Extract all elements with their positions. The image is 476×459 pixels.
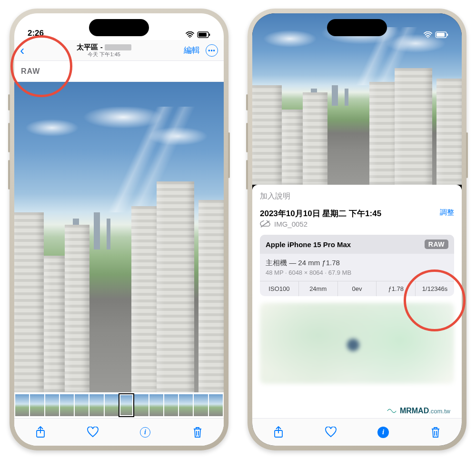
toolbar: i <box>14 418 224 446</box>
edit-button[interactable]: 編輯 <box>184 45 200 56</box>
svg-point-5 <box>427 37 428 38</box>
exif-ev: 0ev <box>338 281 377 296</box>
watermark-logo-icon <box>387 406 397 416</box>
filename-label: IMG_0052 <box>274 220 307 228</box>
exif-aperture: ƒ1.78 <box>377 281 416 296</box>
dynamic-island <box>327 19 387 36</box>
raw-badge: RAW <box>21 67 40 76</box>
more-button[interactable]: ••• <box>206 44 218 57</box>
watermark: MRMAD.com.tw <box>387 406 450 416</box>
status-time <box>266 29 268 38</box>
info-icon: i <box>377 427 389 438</box>
share-button[interactable] <box>271 425 286 439</box>
battery-icon <box>197 31 210 38</box>
exif-iso: ISO100 <box>260 281 299 296</box>
mute-switch <box>8 94 10 110</box>
raw-pill: RAW <box>425 239 448 249</box>
svg-point-0 <box>189 37 190 38</box>
photo-meta: 48 MP · 6048 × 8064 · 67.9 MB <box>266 269 448 276</box>
toolbar: i <box>252 418 462 446</box>
volume-up-button <box>8 123 10 152</box>
exif-row: ISO100 24mm 0ev ƒ1.78 1/12346s <box>260 281 454 296</box>
thumbnail[interactable] <box>60 394 74 416</box>
main-photo[interactable] <box>14 82 224 392</box>
volume-up-button <box>246 123 248 152</box>
thumbnail[interactable] <box>164 394 178 416</box>
svg-rect-7 <box>447 34 448 36</box>
nav-subtitle: 今天 下午1:45 <box>24 51 184 58</box>
mute-switch <box>246 94 248 110</box>
thumbnail[interactable] <box>179 394 193 416</box>
thumbnail[interactable] <box>15 394 29 416</box>
camera-info-card: Apple iPhone 15 Pro Max RAW 主相機 — 24 mm … <box>260 235 454 296</box>
thumbnail[interactable] <box>75 394 89 416</box>
thumbnail[interactable] <box>209 394 223 416</box>
delete-button[interactable] <box>190 425 205 439</box>
adjust-button[interactable]: 調整 <box>440 208 454 217</box>
thumbnail[interactable] <box>119 394 133 416</box>
thumbnail[interactable] <box>134 394 148 416</box>
watermark-brand: MRMAD <box>400 407 429 415</box>
thumbnail[interactable] <box>194 394 208 416</box>
thumbnail[interactable] <box>105 394 119 416</box>
info-sheet: 加入說明 2023年10月10日 星期二 下午1:45 調整 IMG_0052 <box>252 185 462 418</box>
svg-rect-2 <box>209 34 210 36</box>
phone-right: 加入說明 2023年10月10日 星期二 下午1:45 調整 IMG_0052 <box>248 9 466 450</box>
device-model: Apple iPhone 15 Pro Max <box>266 240 351 249</box>
share-button[interactable] <box>33 425 48 439</box>
exif-shutter: 1/12346s <box>416 281 454 296</box>
exif-focal: 24mm <box>299 281 338 296</box>
caption-input[interactable]: 加入說明 <box>260 191 454 201</box>
thumbnail[interactable] <box>89 394 103 416</box>
svg-rect-8 <box>436 33 445 37</box>
redacted-text <box>105 44 131 50</box>
wifi-icon <box>424 31 432 38</box>
nav-bar: ‹ 太平區 - 今天 下午1:45 編輯 ••• <box>14 40 224 61</box>
wifi-icon <box>186 31 194 38</box>
phone-left: 2:26 ‹ 太平區 - 今天 下午1:45 編輯 ••• <box>10 9 228 450</box>
raw-badge-row: RAW <box>14 61 224 82</box>
power-button <box>466 132 468 178</box>
not-synced-icon <box>260 220 270 228</box>
back-button[interactable]: ‹ <box>20 44 24 57</box>
lens-info: 主相機 — 24 mm ƒ1.78 <box>266 259 448 268</box>
info-button-active[interactable]: i <box>376 425 390 439</box>
delete-button[interactable] <box>428 425 443 439</box>
thumbnail[interactable] <box>45 394 59 416</box>
volume-down-button <box>246 160 248 190</box>
thumbnail[interactable] <box>149 394 163 416</box>
nav-title-location: 太平區 - <box>77 43 104 51</box>
battery-icon <box>435 31 448 38</box>
info-button[interactable]: i <box>138 425 152 439</box>
power-button <box>228 132 230 178</box>
photo-date: 2023年10月10日 星期二 下午1:45 <box>260 208 381 219</box>
dynamic-island <box>89 19 149 36</box>
watermark-tld: .com.tw <box>429 408 450 415</box>
thumbnail[interactable] <box>30 394 44 416</box>
thumbnail-scrubber[interactable] <box>14 392 224 418</box>
favorite-button[interactable] <box>86 425 100 439</box>
status-time: 2:26 <box>28 29 44 38</box>
volume-down-button <box>8 160 10 190</box>
info-icon: i <box>140 427 150 438</box>
favorite-button[interactable] <box>324 425 338 439</box>
map-preview[interactable] <box>260 303 454 384</box>
nav-title: 太平區 - <box>24 43 184 51</box>
svg-rect-3 <box>198 33 207 37</box>
